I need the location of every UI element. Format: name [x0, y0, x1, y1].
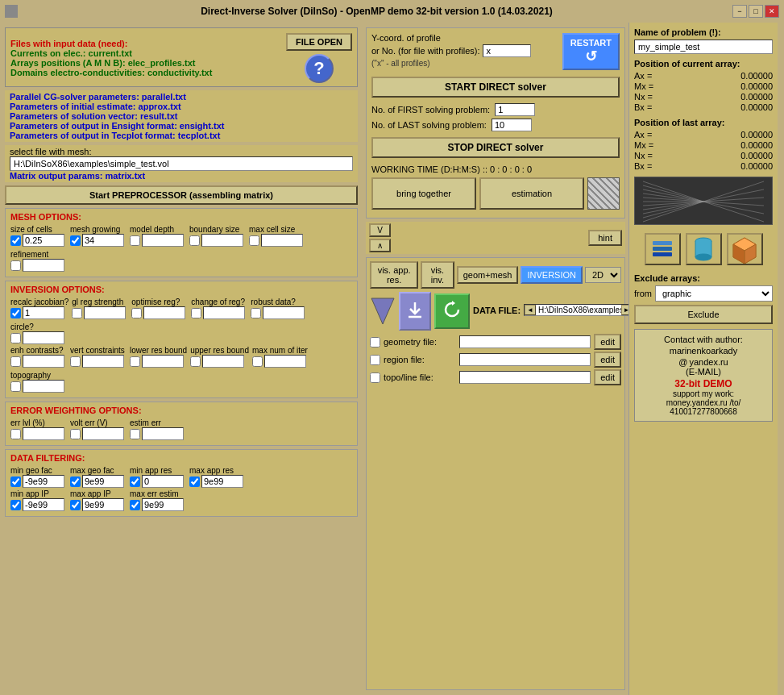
inversion-button[interactable]: INVERSION — [521, 266, 583, 284]
3d-box-button[interactable] — [727, 233, 763, 265]
option-max-cell-size-input[interactable] — [261, 234, 303, 247]
last-bx-row: Bx = 0.00000 — [634, 161, 773, 171]
recalc-jacobian-checkbox[interactable] — [10, 308, 21, 318]
mesh-file-input[interactable] — [10, 156, 353, 171]
help-button[interactable]: ? — [305, 54, 334, 83]
estim-err-checkbox[interactable] — [130, 429, 140, 439]
max-err-estim-checkbox[interactable] — [130, 500, 140, 510]
min-app-res-input[interactable] — [142, 475, 184, 488]
change-of-reg-input[interactable] — [203, 306, 245, 319]
topography-checkbox[interactable] — [10, 381, 21, 392]
option-refinement-input[interactable] — [23, 259, 64, 272]
max-app-ip-checkbox[interactable] — [70, 500, 81, 510]
option-model-depth-checkbox[interactable] — [130, 235, 140, 246]
minimize-button[interactable]: − — [732, 5, 747, 18]
max-geo-fac-checkbox[interactable] — [70, 477, 81, 487]
min-geo-fac-input[interactable] — [23, 475, 64, 488]
vis-inv-button[interactable]: vis. inv. — [421, 261, 454, 289]
topo-file-checkbox[interactable] — [370, 372, 380, 383]
bring-together-button[interactable]: bring together — [371, 177, 476, 210]
region-file-checkbox[interactable] — [370, 355, 380, 365]
enh-contrasts-checkbox[interactable] — [10, 356, 21, 367]
max-app-res-input[interactable] — [201, 475, 243, 488]
estim-err-input[interactable] — [142, 427, 184, 440]
geom-mesh-button[interactable]: geom+mesh — [457, 266, 519, 284]
geometry-file-checkbox[interactable] — [370, 337, 380, 348]
close-button[interactable]: ✕ — [765, 5, 779, 18]
restart-button[interactable]: RESTART ↺ — [562, 33, 620, 70]
lower-res-bound-checkbox[interactable] — [130, 356, 140, 367]
estimation-button[interactable]: estimation — [479, 177, 584, 210]
last-solving-input[interactable] — [492, 119, 532, 131]
recalc-jacobian-input[interactable] — [23, 306, 64, 319]
vis-app-res-button[interactable]: vis. app. res. — [370, 261, 418, 289]
topo-file-input[interactable] — [459, 371, 591, 384]
option-model-depth-input[interactable] — [142, 234, 184, 247]
v-button[interactable]: V — [369, 223, 391, 237]
err-lvl-input[interactable] — [23, 427, 64, 440]
geometry-edit-button[interactable]: edit — [594, 334, 621, 350]
max-geo-fac-input[interactable] — [82, 475, 124, 488]
vert-constraints-input[interactable] — [82, 355, 124, 368]
up-button[interactable]: ∧ — [369, 239, 391, 252]
ycoord-input[interactable] — [483, 44, 531, 57]
start-direct-button[interactable]: START DIRECT solver — [371, 77, 620, 98]
optimise-reg-input[interactable] — [143, 306, 185, 319]
optimise-reg-checkbox[interactable] — [131, 308, 142, 318]
inversion-row-2: enh contrasts? vert constraints lower re… — [10, 346, 352, 393]
err-lvl-checkbox[interactable] — [10, 429, 21, 439]
max-num-iter-checkbox[interactable] — [252, 356, 263, 367]
circle-checkbox[interactable] — [10, 333, 21, 343]
stop-direct-button[interactable]: STOP DIRECT solver — [371, 137, 620, 158]
gl-reg-strength-checkbox[interactable] — [72, 308, 82, 318]
option-max-cell-size-checkbox[interactable] — [249, 235, 259, 246]
change-of-reg-checkbox[interactable] — [191, 308, 201, 318]
geometry-file-input[interactable] — [459, 335, 591, 348]
option-mesh-growing-checkbox[interactable] — [70, 235, 81, 246]
maximize-button[interactable]: □ — [749, 5, 763, 18]
option-size-of-cells-input[interactable] — [23, 234, 64, 247]
topography-input[interactable] — [23, 380, 64, 393]
layers-button[interactable] — [645, 233, 681, 265]
scroll-left-arrow[interactable]: ◄ — [525, 305, 536, 315]
topo-edit-button[interactable]: edit — [594, 369, 621, 385]
vert-constraints-checkbox[interactable] — [70, 356, 81, 367]
hint-button[interactable]: hint — [588, 230, 622, 246]
option-boundary-size-checkbox[interactable] — [189, 235, 200, 246]
dimension-dropdown[interactable]: 2D 3D — [585, 267, 621, 283]
volt-err-input[interactable] — [82, 427, 124, 440]
upper-res-bound-checkbox[interactable] — [190, 356, 201, 367]
exclude-button[interactable]: Exclude — [634, 305, 773, 324]
robust-data-input[interactable] — [263, 306, 305, 319]
option-size-of-cells-checkbox[interactable] — [10, 235, 21, 246]
min-app-res-checkbox[interactable] — [130, 477, 140, 487]
option-mesh-growing-input[interactable] — [82, 234, 124, 247]
option-refinement-checkbox[interactable] — [10, 260, 21, 271]
cylinder-button[interactable] — [686, 233, 722, 265]
min-geo-fac-checkbox[interactable] — [10, 477, 21, 487]
min-app-ip-input[interactable] — [23, 498, 64, 511]
region-file-input[interactable] — [459, 353, 591, 366]
robust-data-checkbox[interactable] — [251, 308, 261, 318]
min-app-ip-checkbox[interactable] — [10, 500, 21, 510]
circle-input[interactable] — [23, 331, 64, 344]
region-edit-button[interactable]: edit — [594, 352, 621, 368]
file-open-button[interactable]: FILE OPEN — [286, 33, 352, 51]
volt-err-checkbox[interactable] — [70, 429, 81, 439]
solver-top-section: Y-coord. of profile or No. (for file wit… — [366, 27, 625, 218]
max-err-estim-input[interactable] — [142, 498, 184, 511]
gl-reg-strength-input[interactable] — [84, 306, 126, 319]
option-boundary-size-input[interactable] — [201, 234, 243, 247]
download-button[interactable] — [399, 292, 431, 331]
max-app-ip-input[interactable] — [82, 498, 124, 511]
refresh-button[interactable] — [434, 293, 470, 329]
exclude-dropdown[interactable]: graphic file — [655, 285, 773, 302]
upper-res-bound-input[interactable] — [202, 355, 244, 368]
lower-res-bound-input[interactable] — [142, 355, 184, 368]
enh-contrasts-input[interactable] — [23, 355, 64, 368]
max-num-iter-input[interactable] — [264, 355, 306, 368]
problem-name-input[interactable] — [634, 40, 773, 54]
first-solving-input[interactable] — [495, 103, 535, 116]
max-app-res-checkbox[interactable] — [189, 477, 200, 487]
preproc-button[interactable]: Start PREPROCESSOR (assembling matrix) — [5, 185, 358, 205]
